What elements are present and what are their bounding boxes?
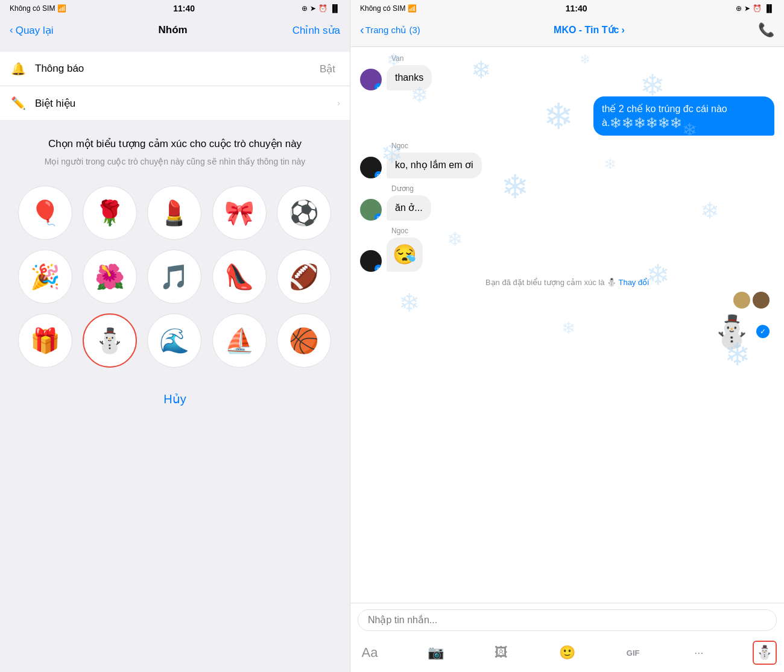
gallery-icon: 🖼 [495, 645, 508, 661]
right-title-chevron-icon: › [621, 25, 624, 36]
right-carrier: Không có SIM 📶 [360, 4, 417, 13]
input-area: Aa 📷 🖼 🙂 GIF ··· ⛄ [350, 603, 784, 672]
snowman-emoji: ⛄ [712, 313, 751, 350]
messenger-badge-duong: m [375, 213, 382, 221]
right-carrier-text: Không có SIM [360, 4, 405, 13]
emoji-cell-12[interactable]: 🌊 [147, 313, 201, 368]
snowman-icon: ⛄ [756, 645, 773, 661]
reaction-avatars [360, 292, 770, 309]
emoji-header-subtitle: Mọi người trong cuộc trò chuyện này cũng… [24, 156, 326, 168]
left-nav-bar: ‹ Quay lại Nhóm Chỉnh sửa [0, 17, 350, 47]
nickname-row[interactable]: ✏️ Biệt hiệu › [0, 86, 350, 120]
emoji-icon: 🙂 [559, 645, 575, 661]
right-status-bar: Không có SIM 📶 11:40 ⊕ ➤ ⏰ ▐▌ [350, 0, 784, 17]
notification-value: Bật [320, 63, 335, 75]
battery-icon: ▐▌ [330, 4, 340, 13]
snowman-sticker: ⛄ ✓ [360, 313, 774, 350]
emoji-cell-13[interactable]: ⛵ [212, 313, 267, 368]
system-message: Bạn đã đặt biểu tượng cảm xúc là ⛄ Thay … [360, 278, 774, 287]
back-button[interactable]: ‹ Quay lại [10, 24, 54, 37]
more-button[interactable]: ··· [687, 641, 711, 665]
messenger-badge-ngoc-2: m [375, 265, 382, 272]
change-link[interactable]: Thay đổi [618, 278, 649, 287]
bubble-sent: thế 2 chế ko trúng đc cái nào à.❄️❄️❄️❄️… [593, 96, 774, 136]
reaction-avatar-1 [733, 292, 750, 309]
message-row-sent: thế 2 chế ko trúng đc cái nào à.❄️❄️❄️❄️… [360, 96, 774, 136]
message-row-thanks: m thanks [360, 65, 774, 90]
emoji-cell-11[interactable]: ⛄ [83, 313, 137, 368]
more-icon: ··· [694, 647, 703, 659]
right-back-button[interactable]: ‹ Trang chủ (3) [360, 23, 420, 37]
edit-button[interactable]: Chỉnh sửa [292, 24, 340, 37]
reaction-avatar-2 [753, 292, 770, 309]
bubble-ngoc: ko, nhọ lắm em ơi [387, 152, 482, 178]
right-wifi-icon: 📶 [408, 4, 417, 13]
emoji-cell-4[interactable]: ⚽ [277, 186, 331, 240]
emoji-cell-9[interactable]: 🏈 [277, 250, 331, 304]
emoji-cell-7[interactable]: 🎵 [147, 250, 201, 304]
avatar-ngoc: m [360, 157, 382, 178]
emoji-cell-6[interactable]: 🌺 [83, 250, 137, 304]
right-nav-bar: ‹ Trang chủ (3) MKO - Tin Tức › 📞 [350, 17, 784, 47]
message-row-emoji: m 😪 [360, 237, 774, 272]
chat-area[interactable]: ❄❄❄❄❄❄❄❄❄❄❄❄❄❄❄❄ Van m thanks thế 2 chế … [350, 47, 784, 603]
sender-label-duong: Dương [391, 184, 774, 193]
right-back-label[interactable]: Trang chủ (3) [365, 25, 420, 36]
left-status-bar: Không có SIM 📶 11:40 ⊕ ➤ ⏰ ▐▌ [0, 0, 350, 17]
snowman-button[interactable]: ⛄ [753, 641, 777, 665]
sender-label-van: Van [391, 54, 774, 63]
keyboard-button[interactable]: Aa [358, 641, 382, 665]
gallery-button[interactable]: 🖼 [489, 641, 513, 665]
back-label[interactable]: Quay lại [16, 24, 54, 37]
right-arrow-icon: ➤ [744, 4, 750, 13]
right-title-text: MKO - Tin Tức [554, 24, 619, 36]
right-time: 11:40 [566, 4, 587, 13]
emoji-grid: 🎈🌹💄🎀⚽🎉🌺🎵👠🏈🎁⛄🌊⛵🏀 [0, 174, 350, 380]
notification-row[interactable]: 🔔 Thông báo Bật [0, 52, 350, 86]
cancel-button[interactable]: Hủy [0, 380, 350, 418]
emoji-cell-8[interactable]: 👠 [212, 250, 267, 304]
left-status-icons: ⊕ ➤ ⏰ ▐▌ [302, 4, 340, 13]
emoji-button[interactable]: 🙂 [555, 641, 579, 665]
arrow-icon: ➤ [310, 4, 316, 13]
input-row [350, 603, 784, 637]
alarm-icon: ⏰ [318, 4, 327, 13]
message-row-ngoc: m ko, nhọ lắm em ơi [360, 152, 774, 178]
right-battery-icon: ▐▌ [764, 4, 774, 13]
pencil-icon: ✏️ [10, 95, 27, 111]
left-time: 11:40 [173, 4, 195, 13]
emoji-cell-2[interactable]: 💄 [147, 186, 201, 240]
location-icon: ⊕ [302, 4, 308, 13]
sender-label-ngoc-2: Ngoc [391, 227, 774, 235]
emoji-header: Chọn một biểu tượng cảm xúc cho cuộc trò… [0, 120, 350, 174]
emoji-cell-14[interactable]: 🏀 [277, 313, 331, 368]
emoji-cell-1[interactable]: 🌹 [83, 186, 137, 240]
message-row-duong: m ăn ở... [360, 195, 774, 221]
right-back-chevron-icon: ‹ [360, 23, 364, 37]
bell-icon: 🔔 [10, 60, 27, 77]
bubble-emoji: 😪 [387, 237, 423, 272]
right-panel: Không có SIM 📶 11:40 ⊕ ➤ ⏰ ▐▌ ‹ Trang ch… [350, 0, 784, 672]
chevron-right-icon: › [337, 98, 340, 108]
right-nav-title: MKO - Tin Tức › [554, 24, 625, 36]
emoji-cell-5[interactable]: 🎉 [18, 250, 72, 304]
phone-button[interactable]: 📞 [758, 22, 774, 38]
wifi-icon: 📶 [57, 4, 66, 13]
emoji-cell-10[interactable]: 🎁 [18, 313, 72, 368]
emoji-cell-3[interactable]: 🎀 [212, 186, 267, 240]
avatar-duong: m [360, 199, 382, 221]
emoji-cell-0[interactable]: 🎈 [18, 186, 72, 240]
settings-section: 🔔 Thông báo Bật ✏️ Biệt hiệu › [0, 52, 350, 120]
delivered-check-icon: ✓ [756, 325, 770, 338]
gif-button[interactable]: GIF [621, 641, 645, 665]
left-carrier-text: Không có SIM [10, 4, 55, 13]
message-input[interactable] [358, 609, 777, 631]
avatar-ngoc-2: m [360, 250, 382, 272]
messenger-badge: m [375, 83, 382, 90]
bubble-thanks: thanks [387, 65, 432, 90]
avatar-van: m [360, 69, 382, 90]
camera-button[interactable]: 📷 [423, 641, 447, 665]
notification-label: Thông báo [35, 63, 320, 75]
right-alarm-icon: ⏰ [753, 4, 762, 13]
sender-label-ngoc-1: Ngoc [391, 142, 774, 150]
